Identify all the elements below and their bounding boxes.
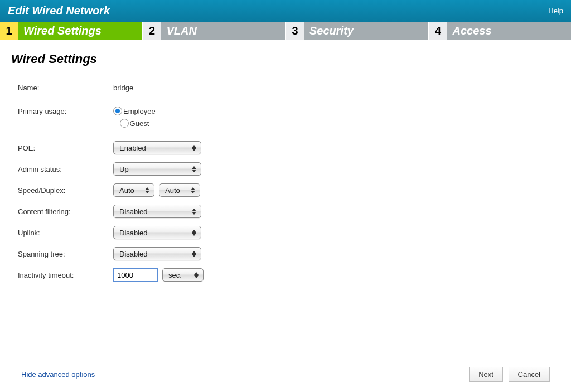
step-access[interactable]: 4 Access [429,22,572,40]
updown-icon [192,145,196,151]
select-poe[interactable]: Enabled [113,141,201,154]
step-number: 2 [143,22,161,40]
row-primary-usage: Primary usage: Employee Guest [11,107,560,128]
label-content-filtering: Content filtering: [11,207,113,216]
step-label: Access [453,25,492,37]
wizard-steps: 1 Wired Settings 2 VLAN 3 Security 4 Acc… [0,22,571,40]
updown-icon [192,251,196,257]
value-name: bridge [113,84,133,92]
select-value: Disabled [119,250,148,258]
updown-icon [194,272,199,278]
step-number: 3 [286,22,304,40]
row-uplink: Uplink: Disabled [11,226,560,239]
step-vlan[interactable]: 2 VLAN [143,22,287,40]
label-speed-duplex: Speed/Duplex: [11,186,113,195]
step-security[interactable]: 3 Security [286,22,429,40]
row-name: Name: bridge [11,84,560,92]
radio-employee[interactable] [113,107,122,115]
step-label: Security [309,25,354,37]
advanced-options-link[interactable]: Hide advanced options [21,370,95,379]
select-spanning-tree[interactable]: Disabled [113,247,201,260]
label-admin-status: Admin status: [11,165,113,173]
select-value: Disabled [119,229,148,237]
cancel-button[interactable]: Cancel [509,367,550,382]
updown-icon [191,187,195,193]
step-number: 1 [0,22,18,40]
select-duplex[interactable]: Auto [159,183,200,197]
select-uplink[interactable]: Disabled [113,226,201,239]
next-button[interactable]: Next [469,367,503,382]
dialog-header: Edit Wired Network Help [0,0,571,22]
select-value: Auto [119,186,134,195]
label-poe: POE: [11,144,113,152]
select-value: Enabled [119,144,146,152]
select-value: Auto [165,186,180,195]
radio-label-employee: Employee [123,107,156,115]
label-primary-usage: Primary usage: [11,107,113,115]
updown-icon [145,187,149,193]
row-admin-status: Admin status: Up [11,162,560,176]
select-value: Up [119,165,129,173]
select-value: Disabled [119,207,148,216]
radio-guest[interactable] [120,119,129,128]
radio-label-guest: Guest [130,119,149,128]
label-name: Name: [11,84,113,92]
footer-divider [11,351,560,351]
primary-usage-radio-group: Employee Guest [113,107,156,128]
row-poe: POE: Enabled [11,141,560,154]
select-timeout-unit[interactable]: sec. [162,268,204,282]
radio-item-employee[interactable]: Employee [113,107,156,115]
step-label: VLAN [167,25,197,37]
updown-icon [192,166,196,172]
footer-buttons: Next Cancel [466,367,550,382]
label-uplink: Uplink: [11,229,113,237]
row-content-filtering: Content filtering: Disabled [11,205,560,218]
updown-icon [192,230,196,236]
step-number: 4 [429,22,447,40]
row-spanning-tree: Spanning tree: Disabled [11,247,560,260]
select-content-filtering[interactable]: Disabled [113,205,201,218]
select-value: sec. [168,271,182,279]
row-inactivity-timeout: Inactivity timeout: sec. [11,268,560,282]
radio-item-guest[interactable]: Guest [120,119,149,128]
content-area: Wired Settings Name: bridge Primary usag… [0,40,571,295]
divider [11,71,560,71]
help-link[interactable]: Help [548,7,563,15]
updown-icon [192,209,196,215]
row-speed-duplex: Speed/Duplex: Auto Auto [11,183,560,197]
select-speed[interactable]: Auto [113,183,154,197]
input-inactivity-timeout[interactable] [113,268,158,282]
footer: Hide advanced options Next Cancel [11,351,560,382]
step-label: Wired Settings [23,25,101,37]
label-spanning-tree: Spanning tree: [11,250,113,258]
dialog-title: Edit Wired Network [8,4,110,17]
label-inactivity-timeout: Inactivity timeout: [11,271,113,279]
step-wired-settings[interactable]: 1 Wired Settings [0,22,143,40]
select-admin-status[interactable]: Up [113,162,201,176]
section-title: Wired Settings [11,52,560,66]
